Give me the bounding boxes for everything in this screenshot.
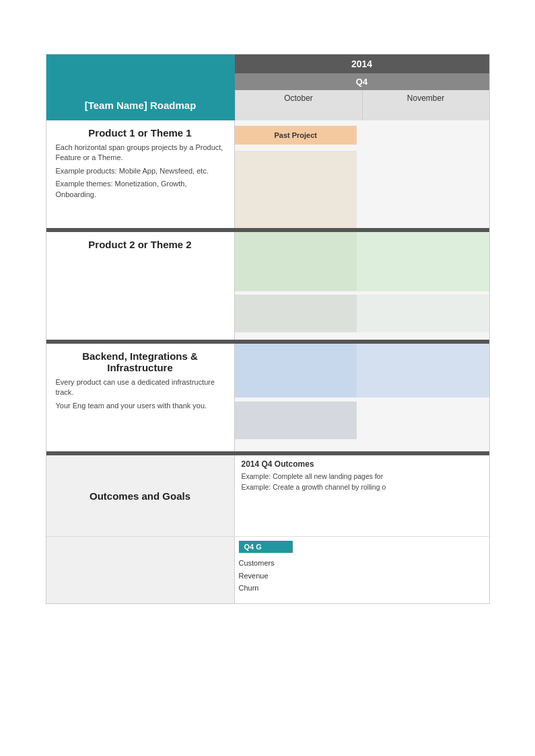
product1-row: Product 1 or Theme 1 Each horizontal spa… <box>46 120 489 228</box>
goals-content: Q4 G Customers Revenue Churn <box>235 537 489 603</box>
product2-gray-block2 <box>357 295 489 332</box>
product2-label: Product 2 or Theme 2 <box>46 232 235 340</box>
backend-label: Backend, Integrations & Infrastructure E… <box>46 344 235 451</box>
header-quarter-label-spacer <box>46 73 235 90</box>
product1-content: Past Project <box>235 120 489 228</box>
goals-label-spacer <box>46 537 235 603</box>
product2-green-block2 <box>357 232 489 291</box>
month-october: October <box>235 90 362 120</box>
product2-title: Product 2 or Theme 2 <box>56 239 225 250</box>
backend-blue-block2 <box>357 344 489 398</box>
goals-item-customers: Customers <box>239 557 485 570</box>
header-year-row: 2014 <box>46 54 489 73</box>
header-year-label-spacer <box>46 54 235 73</box>
quarter-cell: Q4 <box>235 73 489 90</box>
product2-green-block <box>235 232 357 291</box>
outcomes-label: Outcomes and Goals <box>46 455 235 536</box>
backend-blue-block <box>235 344 357 398</box>
backend-row: Backend, Integrations & Infrastructure E… <box>46 344 489 451</box>
outcomes-row: Outcomes and Goals 2014 Q4 Outcomes Exam… <box>46 455 489 536</box>
product1-desc3: Example themes: Monetization, Growth, On… <box>56 179 225 200</box>
product1-desc2: Example products: Mobile App, Newsfeed, … <box>56 166 225 176</box>
backend-desc2: Your Eng team and your users with thank … <box>56 401 225 411</box>
backend-title: Backend, Integrations & Infrastructure <box>56 350 225 373</box>
product2-row: Product 2 or Theme 2 <box>46 232 489 340</box>
roadmap-container: 2014 Q4 [Team Name] Roadmap October Nove… <box>46 54 490 604</box>
month-november: November <box>362 90 489 120</box>
outcomes-header: 2014 Q4 Outcomes <box>242 459 483 469</box>
backend-content <box>235 344 489 451</box>
product2-gray-block <box>235 295 357 332</box>
goals-item-revenue: Revenue <box>239 570 485 582</box>
backend-desc1: Every product can use a dedicated infras… <box>56 377 225 398</box>
outcomes-text1: Example: Complete all new landing pages … <box>242 471 483 482</box>
q4-goals-bar: Q4 G <box>239 541 293 553</box>
goals-row: Q4 G Customers Revenue Churn <box>46 536 489 603</box>
product2-content <box>235 232 489 340</box>
product1-block <box>235 151 357 228</box>
outcomes-text2: Example: Create a growth channel by roll… <box>242 482 483 493</box>
backend-gray-block <box>235 402 357 439</box>
goals-item-churn: Churn <box>239 582 485 595</box>
product1-title: Product 1 or Theme 1 <box>56 127 225 139</box>
outcomes-title: Outcomes and Goals <box>90 490 190 502</box>
year-cell: 2014 <box>235 54 489 73</box>
past-project-bar: Past Project <box>235 126 357 145</box>
header-quarter-row: Q4 <box>46 73 489 90</box>
outcomes-content: 2014 Q4 Outcomes Example: Complete all n… <box>235 455 489 536</box>
product1-desc1: Each horizontal span groups projects by … <box>56 143 225 163</box>
team-name-label: [Team Name] Roadmap <box>46 90 235 120</box>
product1-label: Product 1 or Theme 1 Each horizontal spa… <box>46 120 235 228</box>
header-months-row: [Team Name] Roadmap October November <box>46 90 489 120</box>
